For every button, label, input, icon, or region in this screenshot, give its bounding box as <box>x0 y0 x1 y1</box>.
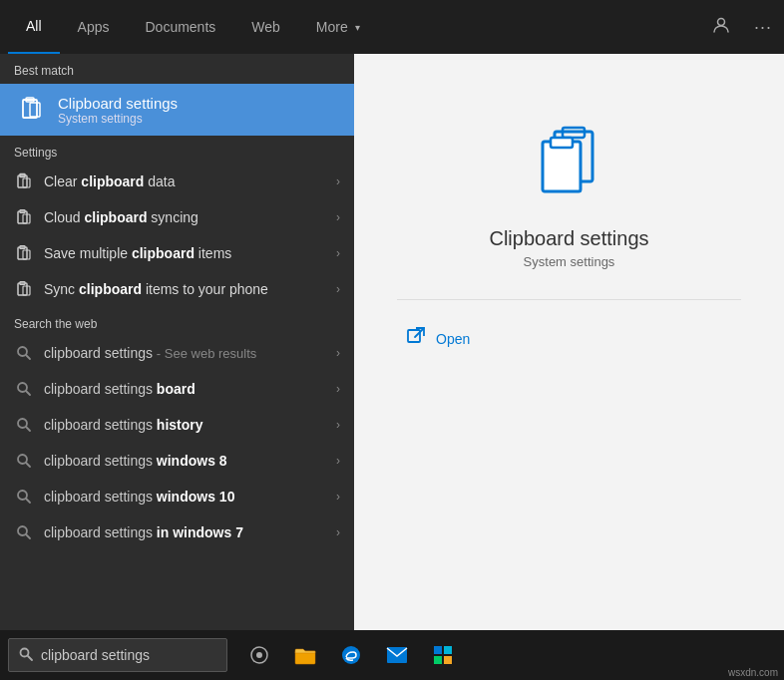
svg-point-37 <box>256 652 262 658</box>
right-panel-title: Clipboard settings <box>489 227 648 250</box>
best-match-text: Clipboard settings System settings <box>58 95 178 126</box>
search-icon-6 <box>14 522 34 542</box>
main-content: Best match Clipboard settings System set… <box>0 54 784 630</box>
chevron-down-icon: ▾ <box>355 22 360 33</box>
svg-rect-44 <box>444 656 452 664</box>
chevron-right-icon-4: › <box>336 282 340 296</box>
right-clipboard-icon <box>525 114 614 207</box>
clipboard-small-icon-2 <box>14 207 34 227</box>
taskbar-search-box[interactable]: clipboard settings <box>8 638 227 672</box>
tab-more[interactable]: More ▾ <box>298 0 378 54</box>
tab-apps[interactable]: Apps <box>60 0 128 54</box>
web-item-windows10-text: clipboard settings windows 10 <box>44 489 326 505</box>
tab-bar: All Apps Documents Web More ▾ ··· <box>0 0 784 54</box>
web-section-label: Search the web <box>0 307 354 335</box>
web-item-history[interactable]: clipboard settings history › <box>0 407 354 443</box>
web-item-windows7[interactable]: clipboard settings in windows 7 › <box>0 514 354 550</box>
web-item-windows8[interactable]: clipboard settings windows 8 › <box>0 443 354 479</box>
svg-point-39 <box>342 646 360 664</box>
best-match-label: Best match <box>0 54 354 84</box>
svg-line-35 <box>28 656 32 660</box>
clipboard-small-icon-1 <box>14 171 34 191</box>
svg-rect-43 <box>434 656 442 664</box>
best-match-subtitle: System settings <box>58 112 178 126</box>
settings-item-save-text: Save multiple clipboard items <box>44 245 326 261</box>
search-icon-5 <box>14 487 34 507</box>
settings-item-clear-text: Clear clipboard data <box>44 173 326 189</box>
svg-rect-30 <box>543 142 581 191</box>
web-item-windows8-text: clipboard settings windows 8 <box>44 453 326 469</box>
taskbar-icons <box>237 630 465 680</box>
person-icon[interactable] <box>708 12 734 42</box>
svg-line-17 <box>26 355 30 359</box>
chevron-right-icon-1: › <box>336 174 340 188</box>
clipboard-small-icon-4 <box>14 279 34 299</box>
web-item-windows10[interactable]: clipboard settings windows 10 › <box>0 479 354 514</box>
web-item-see-results[interactable]: clipboard settings - See web results › <box>0 335 354 371</box>
chevron-right-icon-web4: › <box>336 454 340 468</box>
chevron-right-icon-web3: › <box>336 418 340 432</box>
web-item-see-results-text: clipboard settings - See web results <box>44 345 326 361</box>
ellipsis-icon[interactable]: ··· <box>750 13 776 42</box>
tab-web[interactable]: Web <box>233 0 298 54</box>
settings-item-clear[interactable]: Clear clipboard data › <box>0 164 354 199</box>
web-item-board-text: clipboard settings board <box>44 381 326 397</box>
chevron-right-icon-3: › <box>336 246 340 260</box>
svg-rect-31 <box>551 138 573 148</box>
taskbar-edge-icon[interactable] <box>329 630 373 680</box>
taskbar: clipboard settings <box>0 630 784 680</box>
best-match-title: Clipboard settings <box>58 95 178 112</box>
left-panel: Best match Clipboard settings System set… <box>0 54 354 630</box>
taskbar-fileexplorer-icon[interactable] <box>283 630 327 680</box>
svg-point-34 <box>21 648 29 656</box>
chevron-right-icon-web5: › <box>336 490 340 504</box>
taskbar-taskview-icon[interactable] <box>237 630 281 680</box>
right-panel: Clipboard settings System settings Open <box>354 54 784 630</box>
settings-item-sync-text: Sync clipboard items to your phone <box>44 281 326 297</box>
settings-section-label: Settings <box>0 136 354 164</box>
clipboard-icon <box>14 94 46 126</box>
chevron-right-icon-web6: › <box>336 525 340 539</box>
best-match-item[interactable]: Clipboard settings System settings <box>0 84 354 136</box>
web-item-history-text: clipboard settings history <box>44 417 326 433</box>
right-panel-subtitle: System settings <box>524 254 615 269</box>
taskbar-search-icon <box>19 647 33 664</box>
settings-item-cloud-text: Cloud clipboard syncing <box>44 209 326 225</box>
search-icon-3 <box>14 415 34 435</box>
search-icon-2 <box>14 379 34 399</box>
svg-rect-3 <box>30 103 40 117</box>
web-item-windows7-text: clipboard settings in windows 7 <box>44 524 326 540</box>
taskbar-photos-icon[interactable] <box>421 630 465 680</box>
svg-line-23 <box>26 463 30 467</box>
search-icon-1 <box>14 343 34 363</box>
web-item-board[interactable]: clipboard settings board › <box>0 371 354 407</box>
svg-line-25 <box>26 499 30 503</box>
chevron-right-icon-web2: › <box>336 382 340 396</box>
open-button[interactable]: Open <box>394 320 482 357</box>
svg-line-27 <box>26 534 30 538</box>
settings-item-cloud[interactable]: Cloud clipboard syncing › <box>0 199 354 235</box>
search-icon-4 <box>14 451 34 471</box>
chevron-right-icon-2: › <box>336 210 340 224</box>
tab-documents[interactable]: Documents <box>127 0 233 54</box>
svg-line-19 <box>26 391 30 395</box>
svg-rect-32 <box>408 330 420 342</box>
clipboard-small-icon-3 <box>14 243 34 263</box>
svg-rect-41 <box>434 646 442 654</box>
svg-rect-42 <box>444 646 452 654</box>
chevron-right-icon-web1: › <box>336 346 340 360</box>
right-panel-divider <box>397 299 741 300</box>
svg-point-0 <box>717 19 724 26</box>
taskbar-search-text: clipboard settings <box>41 647 150 663</box>
watermark: wsxdn.com <box>728 667 778 678</box>
tab-all[interactable]: All <box>8 0 60 54</box>
settings-item-save[interactable]: Save multiple clipboard items › <box>0 235 354 271</box>
open-button-label: Open <box>436 331 470 347</box>
settings-item-sync[interactable]: Sync clipboard items to your phone › <box>0 271 354 307</box>
svg-line-21 <box>26 427 30 431</box>
svg-rect-40 <box>387 647 407 663</box>
taskbar-mail-icon[interactable] <box>375 630 419 680</box>
open-icon <box>406 326 426 351</box>
